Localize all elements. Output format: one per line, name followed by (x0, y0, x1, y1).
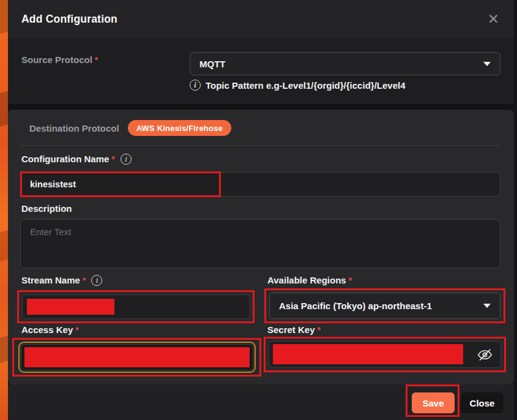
stream-name-label: Stream Name (21, 275, 80, 285)
page-background-edge (0, 0, 8, 420)
required-asterisk: * (83, 276, 86, 285)
access-key-redaction (24, 347, 250, 367)
page-background-edge-right (514, 0, 517, 420)
access-key-label: Access Key (21, 324, 73, 335)
topic-pattern-text: Topic Pattern e.g-Level1/{orgid}/{iccid}… (206, 80, 406, 91)
divider (20, 145, 500, 146)
eye-slash-icon (477, 347, 493, 363)
required-asterisk: * (75, 325, 78, 335)
required-asterisk: * (349, 276, 352, 285)
required-asterisk: * (95, 55, 98, 65)
chevron-down-icon (483, 62, 491, 66)
destination-protocol-badge: AWS Kinesis/Firehose (128, 120, 231, 136)
section-gap (8, 104, 514, 110)
topic-pattern-hint: i Topic Pattern e.g-Level1/{orgid}/{icci… (190, 80, 406, 91)
toggle-visibility-button[interactable] (469, 342, 500, 367)
available-regions-label-row: Available Regions* (267, 275, 352, 286)
chevron-down-icon (483, 304, 491, 308)
description-textarea[interactable] (20, 219, 500, 268)
info-icon: i (190, 80, 201, 91)
modal-footer: Save Close (8, 384, 514, 420)
required-asterisk: * (111, 154, 114, 164)
description-label: Description (21, 203, 72, 214)
available-regions-label: Available Regions (267, 275, 346, 285)
stream-name-redaction (27, 299, 114, 315)
source-protocol-dropdown[interactable]: MQTT (190, 52, 500, 75)
source-protocol-label: Source Protocol (21, 54, 92, 65)
save-button[interactable]: Save (412, 392, 455, 413)
description-label-row: Description (21, 203, 72, 214)
info-icon: i (121, 154, 132, 165)
required-asterisk: * (318, 325, 321, 335)
modal-title: Add Configuration (21, 13, 117, 26)
secret-key-label: Secret Key (267, 324, 315, 335)
source-protocol-label-row: Source Protocol* (21, 54, 98, 66)
info-icon: i (91, 275, 102, 286)
destination-protocol-row: Destination Protocol AWS Kinesis/Firehos… (29, 120, 231, 136)
destination-protocol-label: Destination Protocol (29, 123, 119, 133)
secret-key-label-row: Secret Key* (267, 324, 321, 336)
screenshot-root: Add Configuration ✕ Source Protocol* MQT… (0, 0, 517, 420)
available-regions-value: Asia Pacific (Tokyo) ap-northeast-1 (279, 301, 432, 311)
source-protocol-section: Source Protocol* MQTT i Topic Pattern e.… (8, 38, 514, 104)
source-protocol-value: MQTT (199, 59, 226, 69)
configuration-name-label: Configuration Name (21, 154, 109, 164)
stream-name-label-row: Stream Name* i (21, 275, 102, 286)
available-regions-dropdown[interactable]: Asia Pacific (Tokyo) ap-northeast-1 (269, 293, 500, 319)
close-button[interactable]: Close (461, 392, 504, 413)
configuration-name-label-row: Configuration Name* i (21, 154, 132, 165)
close-icon[interactable]: ✕ (488, 12, 499, 26)
access-key-label-row: Access Key* (21, 324, 79, 336)
form-section: Destination Protocol AWS Kinesis/Firehos… (8, 110, 514, 384)
secret-key-redaction (273, 344, 463, 364)
modal-header: Add Configuration ✕ (8, 0, 514, 38)
configuration-name-input[interactable] (20, 172, 500, 197)
